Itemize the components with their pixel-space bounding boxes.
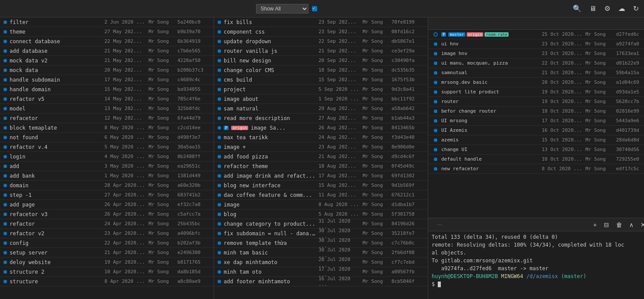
graph-cell-date: 17 Oct 2020... — [542, 118, 585, 124]
commit-row[interactable]: refacetor v3 26 Apr 2020... Mr Song c5af… — [0, 210, 214, 219]
commit-row[interactable]: theme 27 May 202... Mr Song b9b39a70 — [0, 27, 214, 37]
terminal-chevron-up-button[interactable]: ∧ — [627, 220, 635, 229]
commit-row[interactable]: Porigin image Sa... 26 Aug 202... Mr Son… — [214, 123, 428, 133]
commit-row[interactable]: add footer minhtamoto 16 Jul 2020 ... Mr… — [214, 277, 428, 286]
commit-hash: 8b2488ff — [177, 154, 210, 159]
graph-row[interactable]: mrsong.dev basic 20 Oct 2020... Mr Song … — [428, 78, 644, 87]
commit-row[interactable]: cms build 15 Sep 202... Mr Song 1675f53b — [214, 75, 428, 85]
commit-row[interactable]: add image drink and refact... 17 Aug 202… — [214, 171, 428, 181]
commit-row[interactable]: image + 23 Aug 202... Mr Song 8e906d0e — [214, 142, 428, 152]
remote-branches-checkbox[interactable] — [312, 6, 317, 11]
terminal-add-button[interactable]: + — [592, 220, 599, 229]
graph-row[interactable]: router 19 Oct 2020... Mr Song 5628cc7b — [428, 97, 644, 107]
commit-row[interactable]: structure 8 Apr 2020 ... Mr Song a8c80ae… — [0, 277, 214, 286]
graph-row[interactable]: UI Azemis 16 Oct 2020... Mr Song d401739… — [428, 126, 644, 135]
commit-row[interactable]: connect database 22 May 202... Mr Song 6… — [0, 37, 214, 46]
monitor-button[interactable]: 🖥 — [588, 4, 598, 14]
graph-row[interactable]: befor change router 18 Oct 2020... Mr So… — [428, 107, 644, 116]
commit-dot — [218, 145, 221, 149]
commit-row[interactable]: add food pizza 21 Aug 202... Mr Song d9c… — [214, 152, 428, 162]
commit-row[interactable]: component css 23 Sep 202... Mr Song 08fd… — [214, 27, 428, 37]
commit-dot — [218, 213, 221, 216]
graph-row[interactable]: default handle 10 Oct 2020... Mr Song 72… — [428, 155, 644, 164]
commit-row[interactable]: model 13 May 202... Mr Song 325b0fdc — [0, 104, 214, 113]
commit-row[interactable]: handle domain 15 May 202... Mr Song ba93… — [0, 85, 214, 94]
commit-row[interactable]: sam natural 29 Aug 202... Mr Song a58ab6… — [214, 104, 428, 113]
commit-row[interactable]: add page 26 Apr 2020... Mr Song ef32c7a8 — [0, 200, 214, 210]
commit-row[interactable]: add bank 1 May 2020 ... Mr Song 1381d449 — [0, 171, 214, 181]
graph-row[interactable]: ui hnv 23 Oct 2020... Mr Song a9274fa0 — [428, 39, 644, 49]
commit-row[interactable]: max tea tarikk 24 Aug 202... Mr Song f3d… — [214, 133, 428, 142]
commit-row[interactable]: refactor theme 18 Aug 202... Mr Song 0f4… — [214, 162, 428, 171]
terminal-trash-button[interactable]: 🗑 — [614, 220, 624, 229]
commit-author: Mr Song — [363, 29, 389, 34]
commit-row[interactable]: domain 28 Apr 2020... Mr Song a60e320b — [0, 181, 214, 190]
commit-row[interactable]: refactor 24 Apr 2020... Mr Song 25b435bc — [0, 219, 214, 229]
graph-row[interactable]: image hnv 23 Oct 2020... Mr Song 17633ea… — [428, 49, 644, 58]
commit-row[interactable]: add 3 May 2020 ... Mr Song ea29651c — [0, 162, 214, 171]
commit-row[interactable]: dao coffee feature & comm... 11 Aug 202.… — [214, 190, 428, 200]
cloud-upload-button[interactable]: ☁ — [616, 3, 627, 14]
commit-row[interactable]: refactor v5 14 May 202... Mr Song 785c4f… — [0, 94, 214, 104]
commit-dot — [3, 30, 7, 34]
settings-button[interactable]: ⚙ — [602, 3, 612, 14]
graph-row[interactable]: samnutual 21 Oct 2020... Mr Song 59b4a15… — [428, 68, 644, 78]
commit-row[interactable]: block temaplate 8 May 2020 ... Mr Song c… — [0, 123, 214, 133]
commit-row[interactable]: blog new interface 15 Aug 202... Mr Song… — [214, 181, 428, 190]
graph-row[interactable]: azemis 15 Oct 2020... Mr Song 28da6d8d — [428, 135, 644, 145]
commit-row[interactable]: not found 6 May 2020 ... Mr Song d498f3e… — [0, 133, 214, 142]
commit-row[interactable]: router vanilla js 21 Sep 202... Mr Song … — [214, 46, 428, 56]
commit-date: 6 May 2020 ... — [104, 134, 146, 140]
commit-date: 10 Apr 2020... — [104, 269, 146, 275]
commit-hash: 785c4f6e — [177, 96, 210, 102]
terminal-shell-label[interactable] — [437, 224, 442, 225]
commit-date: 15 Aug 202... — [319, 182, 360, 188]
commit-row[interactable]: handle subdomain 17 May 202... Mr Song c… — [0, 75, 214, 85]
commit-date: 5 May 2020 ... — [104, 144, 146, 150]
commit-row[interactable]: image 8 Aug 2020 ... Mr Song d1dba1b7 — [214, 200, 428, 210]
commit-row[interactable]: step -1 27 Apr 2020... Mr Song 683741b2 — [0, 190, 214, 200]
commit-date: 19 Apr 2020... — [104, 259, 146, 265]
commit-row[interactable]: fix bills 23 Sep 202... Mr Song 70fe8199 — [214, 17, 428, 27]
commit-author: Mr Song — [363, 250, 389, 255]
graph-row[interactable]: support lite product 19 Oct 2020... Mr S… — [428, 87, 644, 97]
commit-row[interactable]: refacetor 12 May 202... Mr Song 6fa44d79 — [0, 113, 214, 123]
commit-hash: da8b185d — [177, 269, 210, 275]
commit-row[interactable]: deloy website 19 Apr 2020... Mr Song b81… — [0, 258, 214, 267]
commit-row[interactable]: update dropdown 22 Sep 202... Mr Song db… — [214, 37, 428, 46]
commit-desc: fix subdomain = null - dana... — [224, 230, 316, 237]
commit-dot — [3, 203, 7, 206]
terminal-split-button[interactable]: ⊟ — [602, 220, 611, 229]
graph-row[interactable]: new refacetor 8 Oct 2020 ... Mr Song edf… — [428, 164, 644, 174]
graph-row[interactable]: Pmasteroriginroom-rate 25 Oct 2020... Mr… — [428, 30, 644, 39]
search-button[interactable]: 🔍 — [571, 3, 583, 14]
commit-row[interactable]: config 22 Apr 2020... Mr Song b202af3b — [0, 238, 214, 248]
commit-row[interactable]: bill new design 20 Sep 202... Mr Song c3… — [214, 56, 428, 65]
terminal-close-button[interactable]: ✕ — [639, 220, 644, 229]
commit-row[interactable]: image about 1 Sep 2020 ... Mr Song bbc11… — [214, 94, 428, 104]
graph-row[interactable]: ui manu, mocquan, pizza 22 Oct 2020... M… — [428, 58, 644, 68]
branches-select[interactable]: Show All — [256, 4, 308, 14]
commit-row[interactable]: add database 21 May 202... Mr Song c7b6e… — [0, 46, 214, 56]
graph-cell-desc: change UI — [441, 147, 542, 152]
commit-row[interactable]: refactor v.4 5 May 2020 ... Mr Song 30a5… — [0, 142, 214, 152]
commit-row[interactable]: read more description 27 Aug 202... Mr S… — [214, 113, 428, 123]
commit-row[interactable]: structure 2 10 Apr 2020... Mr Song da8b1… — [0, 267, 214, 277]
commit-row[interactable]: change color CMS 18 Sep 202... Mr Song d… — [214, 65, 428, 75]
commit-author: Mr Song — [363, 240, 389, 246]
commit-row[interactable]: project 5 Sep 2020 ... Mr Song 9d3c8a41 — [214, 85, 428, 94]
graph-row[interactable]: UI mrsong 17 Oct 2020... Mr Song 5443a9e… — [428, 116, 644, 126]
refresh-button[interactable]: ↻ — [631, 3, 641, 14]
commit-row[interactable]: mock data v2 21 May 202... Mr Song 4228a… — [0, 56, 214, 65]
commit-author: Mr Song — [149, 154, 175, 159]
commit-row[interactable]: refactor v2 23 Apr 2020... Mr Song a4096… — [0, 229, 214, 238]
commit-dot — [3, 241, 7, 245]
commit-desc: refactor v.4 — [10, 144, 102, 150]
show-remote-checkbox[interactable] — [312, 6, 319, 11]
commit-row[interactable]: login 4 May 2020 ... Mr Song 8b2488ff — [0, 152, 214, 162]
commit-row[interactable]: mock data 20 May 202... Mr Song b208b37c… — [0, 65, 214, 75]
commit-row[interactable]: filter 2 Jun 2020 ... Mr Song 5a240bc0 — [0, 17, 214, 27]
graph-row[interactable]: change UI 13 Oct 2020... Mr Song 30740d5… — [428, 145, 644, 155]
commit-date: 17 Aug 202... — [319, 173, 360, 179]
commit-row[interactable]: setup server 21 Apr 2020... Mr Song e249… — [0, 248, 214, 258]
